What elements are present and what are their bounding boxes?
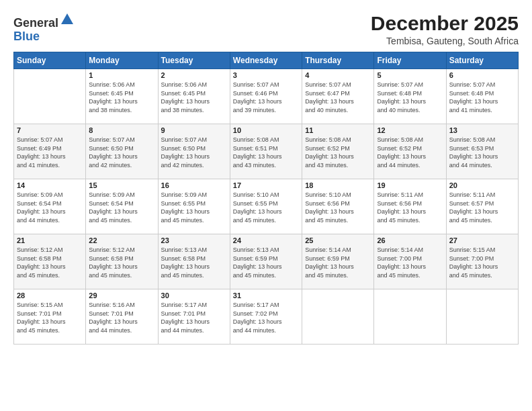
day-number: 22 — [89, 236, 154, 244]
calendar-cell: 25Sunrise: 5:14 AMSunset: 6:59 PMDayligh… — [302, 234, 374, 289]
day-info: Sunrise: 5:11 AMSunset: 6:57 PMDaylight:… — [449, 191, 515, 224]
day-number: 5 — [377, 71, 443, 79]
calendar-cell: 31Sunrise: 5:17 AMSunset: 7:02 PMDayligh… — [230, 289, 302, 345]
day-number: 8 — [89, 126, 154, 134]
calendar-cell: 27Sunrise: 5:15 AMSunset: 7:00 PMDayligh… — [446, 234, 518, 289]
day-info: Sunrise: 5:15 AMSunset: 7:00 PMDaylight:… — [449, 246, 515, 279]
day-info: Sunrise: 5:07 AMSunset: 6:48 PMDaylight:… — [449, 81, 515, 114]
day-number: 7 — [17, 126, 83, 134]
day-info: Sunrise: 5:14 AMSunset: 6:59 PMDaylight:… — [305, 246, 371, 279]
day-number: 2 — [161, 71, 227, 79]
day-info: Sunrise: 5:06 AMSunset: 6:45 PMDaylight:… — [89, 81, 154, 114]
calendar-cell: 9Sunrise: 5:07 AMSunset: 6:50 PMDaylight… — [158, 124, 230, 179]
calendar-cell — [302, 289, 374, 345]
calendar-cell: 19Sunrise: 5:11 AMSunset: 6:56 PMDayligh… — [374, 179, 446, 234]
calendar-cell: 23Sunrise: 5:13 AMSunset: 6:58 PMDayligh… — [158, 234, 230, 289]
day-number: 10 — [233, 126, 299, 134]
day-info: Sunrise: 5:08 AMSunset: 6:51 PMDaylight:… — [233, 136, 299, 169]
month-year-title: December 2025 — [371, 12, 519, 34]
logo: General Blue — [13, 12, 75, 44]
header-tuesday: Tuesday — [158, 52, 230, 69]
day-number: 11 — [305, 126, 371, 134]
day-number: 12 — [377, 126, 443, 134]
calendar-table: Sunday Monday Tuesday Wednesday Thursday… — [13, 52, 519, 345]
day-number: 4 — [305, 71, 371, 79]
calendar-cell: 5Sunrise: 5:07 AMSunset: 6:48 PMDaylight… — [374, 69, 446, 124]
header: General Blue December 2025 Tembisa, Gaut… — [13, 12, 519, 46]
title-block: December 2025 Tembisa, Gauteng, South Af… — [371, 12, 519, 46]
day-number: 18 — [305, 181, 371, 189]
day-info: Sunrise: 5:07 AMSunset: 6:50 PMDaylight:… — [89, 136, 154, 169]
day-number: 16 — [161, 181, 227, 189]
calendar-cell: 21Sunrise: 5:12 AMSunset: 6:58 PMDayligh… — [14, 234, 86, 289]
day-info: Sunrise: 5:16 AMSunset: 7:01 PMDaylight:… — [89, 301, 154, 334]
header-sunday: Sunday — [14, 52, 86, 69]
day-info: Sunrise: 5:07 AMSunset: 6:49 PMDaylight:… — [17, 136, 83, 169]
header-friday: Friday — [374, 52, 446, 69]
day-number: 23 — [161, 236, 227, 244]
day-number: 24 — [233, 236, 299, 244]
calendar-cell: 15Sunrise: 5:09 AMSunset: 6:54 PMDayligh… — [86, 179, 158, 234]
calendar-cell: 16Sunrise: 5:09 AMSunset: 6:55 PMDayligh… — [158, 179, 230, 234]
calendar-cell: 18Sunrise: 5:10 AMSunset: 6:56 PMDayligh… — [302, 179, 374, 234]
header-monday: Monday — [86, 52, 158, 69]
calendar-cell: 8Sunrise: 5:07 AMSunset: 6:50 PMDaylight… — [86, 124, 158, 179]
day-info: Sunrise: 5:08 AMSunset: 6:53 PMDaylight:… — [449, 136, 515, 169]
day-number: 15 — [89, 181, 154, 189]
logo-blue: Blue — [13, 30, 40, 43]
day-info: Sunrise: 5:06 AMSunset: 6:45 PMDaylight:… — [161, 81, 227, 114]
calendar-cell: 26Sunrise: 5:14 AMSunset: 7:00 PMDayligh… — [374, 234, 446, 289]
day-number: 25 — [305, 236, 371, 244]
day-number: 13 — [449, 126, 515, 134]
day-info: Sunrise: 5:17 AMSunset: 7:01 PMDaylight:… — [161, 301, 227, 334]
logo-icon — [60, 12, 75, 27]
calendar-cell — [14, 69, 86, 124]
day-number: 14 — [17, 181, 83, 189]
page: General Blue December 2025 Tembisa, Gaut… — [0, 0, 532, 411]
day-info: Sunrise: 5:12 AMSunset: 6:58 PMDaylight:… — [89, 246, 154, 279]
calendar-cell: 30Sunrise: 5:17 AMSunset: 7:01 PMDayligh… — [158, 289, 230, 345]
calendar-cell: 20Sunrise: 5:11 AMSunset: 6:57 PMDayligh… — [446, 179, 518, 234]
calendar-cell — [374, 289, 446, 345]
day-info: Sunrise: 5:14 AMSunset: 7:00 PMDaylight:… — [377, 246, 443, 279]
day-info: Sunrise: 5:07 AMSunset: 6:48 PMDaylight:… — [377, 81, 443, 114]
calendar-cell: 7Sunrise: 5:07 AMSunset: 6:49 PMDaylight… — [14, 124, 86, 179]
calendar-cell: 29Sunrise: 5:16 AMSunset: 7:01 PMDayligh… — [86, 289, 158, 345]
calendar-cell: 6Sunrise: 5:07 AMSunset: 6:48 PMDaylight… — [446, 69, 518, 124]
day-info: Sunrise: 5:15 AMSunset: 7:01 PMDaylight:… — [17, 301, 83, 334]
day-number: 27 — [449, 236, 515, 244]
calendar-cell: 4Sunrise: 5:07 AMSunset: 6:47 PMDaylight… — [302, 69, 374, 124]
day-number: 17 — [233, 181, 299, 189]
calendar-cell: 3Sunrise: 5:07 AMSunset: 6:46 PMDaylight… — [230, 69, 302, 124]
svg-marker-0 — [61, 13, 73, 24]
day-info: Sunrise: 5:09 AMSunset: 6:54 PMDaylight:… — [17, 191, 83, 224]
location-subtitle: Tembisa, Gauteng, South Africa — [371, 36, 519, 46]
day-info: Sunrise: 5:12 AMSunset: 6:58 PMDaylight:… — [17, 246, 83, 279]
calendar-cell: 1Sunrise: 5:06 AMSunset: 6:45 PMDaylight… — [86, 69, 158, 124]
day-info: Sunrise: 5:13 AMSunset: 6:59 PMDaylight:… — [233, 246, 299, 279]
day-number: 20 — [449, 181, 515, 189]
header-wednesday: Wednesday — [230, 52, 302, 69]
day-info: Sunrise: 5:17 AMSunset: 7:02 PMDaylight:… — [233, 301, 299, 334]
header-thursday: Thursday — [302, 52, 374, 69]
calendar-cell: 22Sunrise: 5:12 AMSunset: 6:58 PMDayligh… — [86, 234, 158, 289]
day-info: Sunrise: 5:10 AMSunset: 6:56 PMDaylight:… — [305, 191, 371, 224]
calendar-cell: 24Sunrise: 5:13 AMSunset: 6:59 PMDayligh… — [230, 234, 302, 289]
calendar-header-row: Sunday Monday Tuesday Wednesday Thursday… — [14, 52, 519, 69]
day-info: Sunrise: 5:07 AMSunset: 6:46 PMDaylight:… — [233, 81, 299, 114]
calendar-cell: 12Sunrise: 5:08 AMSunset: 6:52 PMDayligh… — [374, 124, 446, 179]
calendar-cell: 14Sunrise: 5:09 AMSunset: 6:54 PMDayligh… — [14, 179, 86, 234]
calendar-cell — [446, 289, 518, 345]
calendar-cell: 28Sunrise: 5:15 AMSunset: 7:01 PMDayligh… — [14, 289, 86, 345]
day-number: 28 — [17, 291, 83, 300]
day-number: 21 — [17, 236, 83, 244]
day-number: 1 — [89, 71, 154, 79]
calendar-cell: 2Sunrise: 5:06 AMSunset: 6:45 PMDaylight… — [158, 69, 230, 124]
header-saturday: Saturday — [446, 52, 518, 69]
calendar-cell: 11Sunrise: 5:08 AMSunset: 6:52 PMDayligh… — [302, 124, 374, 179]
day-number: 29 — [89, 291, 154, 300]
calendar-cell: 13Sunrise: 5:08 AMSunset: 6:53 PMDayligh… — [446, 124, 518, 179]
day-number: 26 — [377, 236, 443, 244]
day-number: 19 — [377, 181, 443, 189]
day-number: 3 — [233, 71, 299, 79]
